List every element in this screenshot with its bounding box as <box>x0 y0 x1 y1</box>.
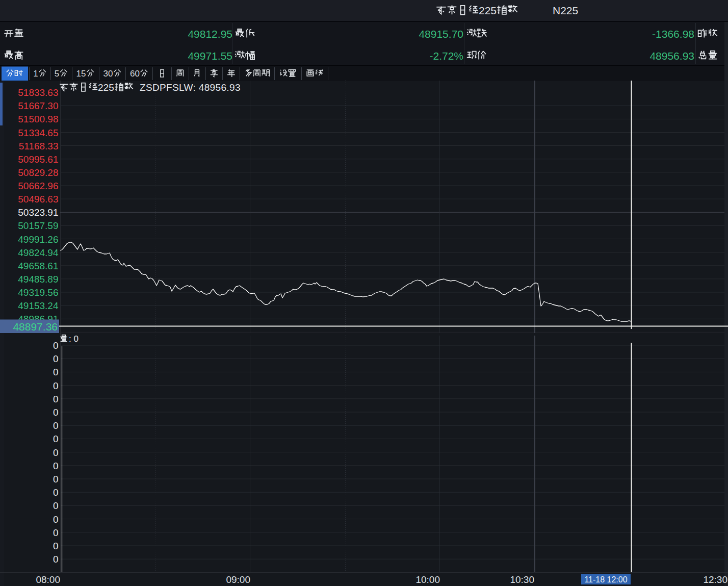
svg-text:48915.70: 48915.70 <box>419 28 463 40</box>
svg-text:N225: N225 <box>553 5 578 16</box>
svg-text:0: 0 <box>53 487 59 498</box>
svg-text:0: 0 <box>53 420 59 431</box>
svg-text:60: 60 <box>130 69 140 79</box>
svg-text:50157.59: 50157.59 <box>18 220 58 231</box>
svg-text:50323.91: 50323.91 <box>18 207 58 218</box>
svg-text:51667.30: 51667.30 <box>18 100 58 111</box>
svg-text:0: 0 <box>53 514 59 525</box>
svg-text:49824.94: 49824.94 <box>18 247 59 258</box>
svg-text:: 0: : 0 <box>69 334 79 344</box>
svg-text:49812.95: 49812.95 <box>188 28 232 40</box>
svg-text:0: 0 <box>53 394 59 404</box>
svg-text:50496.63: 50496.63 <box>18 194 58 205</box>
svg-text:50829.28: 50829.28 <box>18 167 58 178</box>
svg-text:0: 0 <box>53 407 59 418</box>
svg-text:0: 0 <box>53 474 59 485</box>
svg-text:0: 0 <box>53 461 59 471</box>
svg-text:10:30: 10:30 <box>510 574 534 585</box>
svg-text:51168.33: 51168.33 <box>19 141 59 151</box>
svg-text:49991.26: 49991.26 <box>18 234 58 245</box>
svg-text:0: 0 <box>53 541 59 551</box>
svg-text:-2.72%: -2.72% <box>429 50 463 62</box>
svg-text:0: 0 <box>53 554 59 565</box>
svg-text:49319.56: 49319.56 <box>18 287 58 298</box>
svg-text:0: 0 <box>53 527 59 538</box>
svg-text:5: 5 <box>55 69 59 79</box>
svg-text:0: 0 <box>53 500 59 511</box>
svg-text:0: 0 <box>53 367 59 377</box>
svg-text:225: 225 <box>479 5 497 16</box>
svg-text:49485.89: 49485.89 <box>18 274 58 285</box>
svg-text:11-18 12:00: 11-18 12:00 <box>584 575 627 584</box>
svg-text:09:00: 09:00 <box>226 574 250 585</box>
svg-text:10:00: 10:00 <box>415 574 440 585</box>
svg-text:50995.61: 50995.61 <box>18 154 58 165</box>
svg-text:51334.65: 51334.65 <box>18 128 58 138</box>
svg-text:0: 0 <box>53 434 59 444</box>
svg-text:12:30: 12:30 <box>703 574 727 585</box>
svg-text:08:00: 08:00 <box>36 574 60 585</box>
svg-text:48956.93: 48956.93 <box>649 50 694 62</box>
svg-text:51833.63: 51833.63 <box>18 87 58 98</box>
svg-text:50662.96: 50662.96 <box>18 181 58 191</box>
svg-text:49971.55: 49971.55 <box>188 50 232 62</box>
svg-text:225: 225 <box>98 82 114 93</box>
svg-text:0: 0 <box>53 447 59 458</box>
svg-text:15: 15 <box>76 69 86 79</box>
svg-text:ZSDPFSLW: 48956.93: ZSDPFSLW: 48956.93 <box>140 82 241 93</box>
svg-text:49153.24: 49153.24 <box>18 300 59 311</box>
svg-text:0: 0 <box>53 340 59 351</box>
svg-text:0: 0 <box>53 380 59 391</box>
svg-text:48897.36: 48897.36 <box>13 321 58 333</box>
svg-text:49658.61: 49658.61 <box>18 261 58 271</box>
svg-text:-1366.98: -1366.98 <box>652 28 694 40</box>
svg-text:1: 1 <box>33 69 38 79</box>
svg-text:0: 0 <box>53 353 59 364</box>
svg-text:51500.98: 51500.98 <box>18 114 58 124</box>
svg-text:30: 30 <box>103 69 113 79</box>
